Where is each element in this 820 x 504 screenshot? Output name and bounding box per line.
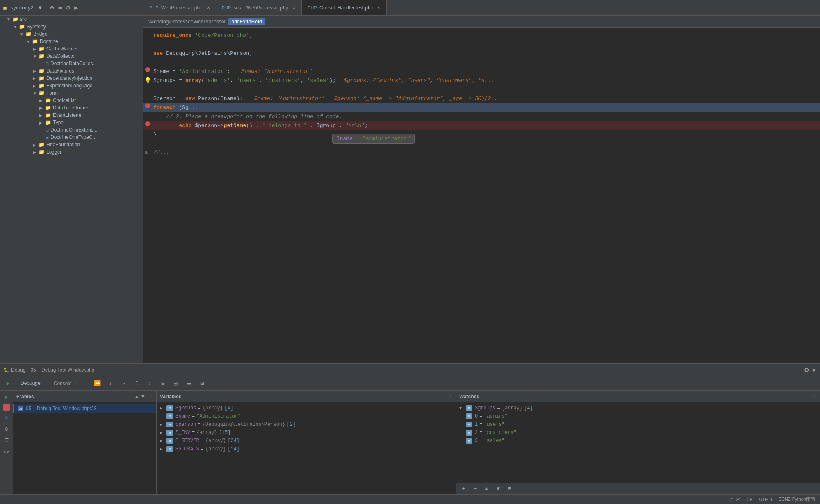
var-item-server[interactable]: ▶ ⊞ $_SERVER = {array} [24] — [157, 437, 456, 445]
tree-item-doctrineormtypec[interactable]: ▶ ⊞ DoctrineOrmTypeC... — [0, 134, 143, 141]
watch-item-0[interactable]: ⊞ 0 = "admins" — [456, 412, 820, 420]
tree-item-datacollector[interactable]: ▼ 📁 DataCollector — [0, 52, 143, 60]
mute-btn[interactable]: ⊘ — [2, 413, 11, 422]
debug-btn-eval[interactable]: ↕ — [145, 379, 155, 388]
toolbar-icon-settings[interactable]: ⚙ — [66, 4, 71, 12]
tree-item-eventlistener[interactable]: ▶ 📁 EventListener — [0, 111, 143, 119]
debug-btn-step-over[interactable]: ⏩ — [92, 379, 102, 388]
tree-item-datafixtures[interactable]: ▶ 📁 DataFixtures — [0, 67, 143, 75]
tree-arrow-src[interactable]: ▼ — [7, 17, 12, 22]
watches-up-btn[interactable]: ▲ — [482, 484, 491, 493]
tree-arrow-exprlang[interactable]: ▶ — [33, 84, 39, 88]
watches-copy-btn[interactable]: ⊞ — [505, 484, 514, 493]
tree-item-bridge[interactable]: ▼ 📁 Bridge — [0, 30, 143, 38]
watches-add-btn[interactable]: + — [459, 484, 468, 493]
var-arrow-env[interactable]: ▶ — [160, 430, 165, 435]
tab-close-2[interactable]: ✕ — [292, 5, 296, 10]
line-bp-5[interactable] — [144, 67, 152, 72]
debug-btn-stream[interactable]: ◎ — [171, 379, 181, 388]
tab-close-1[interactable]: ✕ — [207, 5, 210, 10]
debug-btn-frames[interactable]: ☰ — [184, 379, 194, 388]
debug-run-btn[interactable]: ▶ — [3, 379, 13, 388]
project-dropdown[interactable]: ▼ — [37, 5, 43, 11]
log-btn[interactable]: ☰ — [2, 436, 11, 445]
var-arrow-globals[interactable]: ▶ — [160, 447, 165, 452]
breakpoint-1[interactable] — [145, 67, 150, 72]
debug-btn-run-cursor[interactable]: ⤴ — [132, 379, 141, 388]
frame-item-main[interactable]: 05 05 – Debug Tool Window.php:23 — [13, 404, 156, 413]
tree-arrow-logger[interactable]: ▶ — [33, 150, 39, 154]
var-item-name[interactable]: ▶ ⊞ $name = "Administrator" — [157, 412, 456, 420]
tree-arrow-datatransformer[interactable]: ▶ — [39, 106, 45, 110]
debug-btn-step-into[interactable]: ↓ — [105, 379, 115, 388]
debug-btn-watches[interactable]: ⊞ — [158, 379, 168, 388]
debug-tab-debugger[interactable]: Debugger — [16, 379, 46, 388]
debug-btn-return[interactable]: ⊡ — [197, 379, 207, 388]
var-arrow-groups[interactable]: ▶ — [160, 406, 165, 411]
code-editor[interactable]: require_once 'Code/Person.php'; use Debu… — [144, 28, 820, 363]
var-arrow-server[interactable]: ▶ — [160, 438, 165, 443]
tree-item-httpfoundation[interactable]: ▶ 📁 HttpFoundation — [0, 141, 143, 148]
watch-item-groups[interactable]: ▼ ⊞ $groups = {array} [4] — [456, 404, 820, 412]
tree-item-datatransformer[interactable]: ▶ 📁 DataTransformer — [0, 104, 143, 111]
var-item-groups[interactable]: ▶ ⊞ $groups = {array} [4] — [157, 404, 456, 412]
toolbar-icon-run[interactable]: ▶ — [74, 4, 78, 12]
tree-arrow-doctrine[interactable]: ▼ — [26, 39, 32, 44]
tree-item-logger[interactable]: ▶ 📁 Logger — [0, 148, 143, 156]
fold-icon[interactable]: ⊞ — [145, 148, 148, 157]
tab-webprocessor-src[interactable]: PHP src/.../WebProcessor.php ✕ — [216, 0, 302, 15]
var-item-person[interactable]: ▶ ⊞ $person = {Debugging\JetBrains\Perso… — [157, 420, 456, 429]
frames-expand-icon[interactable]: → — [148, 394, 153, 400]
toolbar-icon-sync[interactable]: ⇌ — [58, 4, 62, 12]
watch-item-3[interactable]: ⊞ 3 = "sales" — [456, 437, 820, 445]
tree-arrow-httpfoundation[interactable]: ▶ — [33, 143, 39, 147]
tree-item-cachewarmer[interactable]: ▶ 📁 CacheWarmer — [0, 45, 143, 52]
tree-arrow-cachewarmer[interactable]: ▶ — [33, 47, 39, 51]
tree-item-form[interactable]: ▼ 📁 Form — [0, 89, 143, 97]
tree-item-doctrineormextens[interactable]: ▶ ⊞ DoctrineOrmExtens... — [0, 126, 143, 134]
bulb-icon[interactable]: 💡 — [144, 76, 151, 85]
debug-tab-console[interactable]: Console → — [50, 379, 82, 388]
var-arrow-person[interactable]: ▶ — [160, 422, 165, 427]
watch-arrow-groups[interactable]: ▼ — [459, 406, 464, 411]
resume-btn[interactable]: ▶ — [2, 393, 11, 402]
variables-expand-icon[interactable]: → — [447, 394, 452, 400]
tree-arrow-form[interactable]: ▼ — [33, 91, 39, 95]
tab-webprocessor[interactable]: PHP WebProcessor.php ✕ — [144, 0, 216, 15]
tree-item-depinjection[interactable]: ▶ 📁 DependencyInjection — [0, 75, 143, 82]
tree-item-symfony[interactable]: ▼ 📁 Symfony — [0, 23, 143, 30]
tree-item-type[interactable]: ▶ 📁 Type — [0, 119, 143, 126]
tree-item-doctrine[interactable]: ▼ 📁 Doctrine — [0, 38, 143, 45]
tab-close-3[interactable]: ✕ — [377, 5, 380, 10]
tree-item-src[interactable]: ▼ 📁 src — [0, 16, 143, 23]
stop-btn[interactable] — [3, 404, 10, 411]
watches-down-btn[interactable]: ▼ — [494, 484, 503, 493]
tree-arrow-eventlistener[interactable]: ▶ — [39, 113, 45, 118]
breadcrumb-method[interactable]: addExtraField — [228, 18, 265, 25]
var-item-globals[interactable]: ▶ ⊞ $GLOBALS = {array} [14] — [157, 445, 456, 453]
tree-item-exprlang[interactable]: ▶ 📁 ExpressionLanguage — [0, 82, 143, 89]
tree-item-doctrinedatacollec[interactable]: ▶ ⊞ DoctrineDataCollec... — [0, 60, 143, 67]
tree-arrow-bridge[interactable]: ▼ — [20, 32, 25, 36]
more-btn[interactable]: >> — [2, 447, 11, 456]
debug-btn-step-out[interactable]: ↗ — [118, 379, 128, 388]
tab-consolehandler[interactable]: PHP ConsoleHandlerTest.php ✕ — [302, 0, 387, 15]
frame-nav-up[interactable]: ▲ — [134, 393, 139, 400]
debug-minimize-icon[interactable]: ▼ — [811, 367, 817, 373]
watch-item-2[interactable]: ⊞ 2 = "customers" — [456, 429, 820, 437]
tree-arrow-symfony[interactable]: ▼ — [13, 25, 19, 29]
line-bp-foreach[interactable] — [144, 103, 152, 108]
tree-arrow-type[interactable]: ▶ — [39, 120, 45, 125]
debug-settings-icon[interactable]: ⚙ — [804, 367, 809, 373]
watches-remove-btn[interactable]: − — [471, 484, 480, 493]
tree-arrow-choicelist[interactable]: ▶ — [39, 98, 45, 103]
line-bp-echo[interactable] — [144, 121, 152, 126]
tree-arrow-depinjection[interactable]: ▶ — [33, 76, 39, 81]
tree-arrow-datafixtures[interactable]: ▶ — [33, 69, 39, 73]
settings-btn[interactable]: ⚙ — [2, 425, 11, 434]
tree-item-choicelist[interactable]: ▶ 📁 ChoiceList — [0, 97, 143, 104]
frame-nav-down[interactable]: ▼ — [140, 393, 146, 400]
watch-item-1[interactable]: ⊞ 1 = "users" — [456, 420, 820, 429]
toolbar-icon-add[interactable]: ⊕ — [50, 4, 54, 12]
tree-arrow-datacollector[interactable]: ▼ — [33, 54, 39, 59]
